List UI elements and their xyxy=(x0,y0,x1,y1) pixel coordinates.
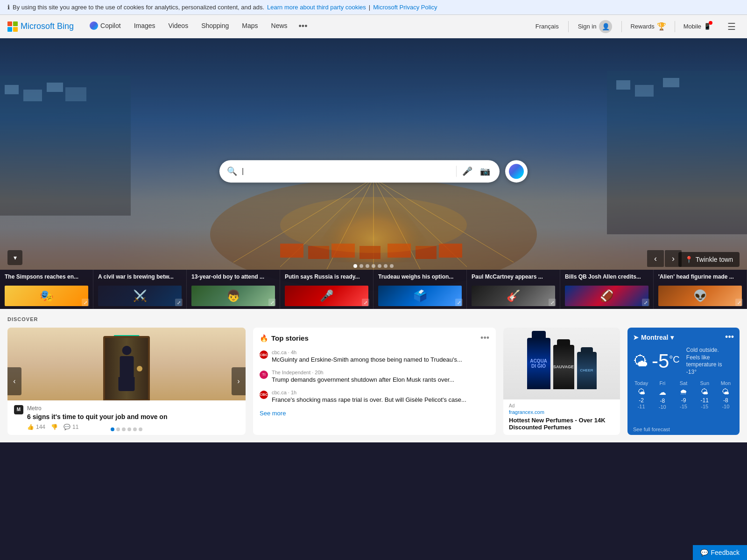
source-logo: M xyxy=(14,405,23,414)
search-container: 🔍 🎤 📷 xyxy=(219,160,528,182)
news-item-3[interactable]: Putin says Russia is ready... 🎤 ⤢ xyxy=(280,270,374,309)
feedback-label: Feedback xyxy=(711,549,740,556)
news-item-1[interactable]: A civil war is brewing betw... ⚔️ ⤢ xyxy=(93,270,187,309)
stories-title-text: Top stories xyxy=(271,334,309,342)
svg-rect-3 xyxy=(23,90,42,101)
forecast-high-sun: -11 xyxy=(695,397,715,404)
forecast-day-sun: Sun xyxy=(695,380,715,386)
language-btn[interactable]: Français xyxy=(530,21,564,32)
news-item-5[interactable]: Paul McCartney appears ... 🎸 ⤢ xyxy=(467,270,560,309)
hamburger-btn[interactable]: ☰ xyxy=(724,19,740,35)
forecast-high-fri: -8 xyxy=(652,398,672,404)
copilot-search-btn[interactable] xyxy=(505,160,528,182)
dot-4[interactable] xyxy=(372,264,375,268)
news-title-3: Putin says Russia is ready... xyxy=(285,273,368,281)
weather-chevron[interactable]: ▾ xyxy=(670,334,674,341)
news-thumb-7: 👽 xyxy=(658,286,742,306)
news-title-0: The Simpsons reaches en... xyxy=(5,273,88,281)
dot-1[interactable] xyxy=(353,264,357,268)
news-title-6: Bills QB Josh Allen credits... xyxy=(565,273,648,281)
featured-dot-2[interactable] xyxy=(116,427,120,431)
hero-prev-btn[interactable]: ‹ xyxy=(647,250,664,267)
logo[interactable]: Microsoft Bing xyxy=(7,21,74,32)
weather-main: 🌤 -5°C Cold outside. Feels like temperat… xyxy=(627,345,740,378)
featured-prev-btn[interactable]: ‹ xyxy=(7,367,21,395)
image-search-btn[interactable]: 📷 xyxy=(478,164,492,178)
dislike-action[interactable]: 👎 xyxy=(51,424,58,430)
ad-card[interactable]: ACQUA DI GIÒ SAUVAGE CHEER Ad frag xyxy=(503,328,620,435)
news-item-7[interactable]: 'Alien' head figurine made ... 👽 ⤢ xyxy=(654,270,747,309)
news-item-6[interactable]: Bills QB Josh Allen credits... 🏈 ⤢ xyxy=(560,270,654,309)
info-icon: ℹ xyxy=(7,4,10,11)
feedback-btn[interactable]: 💬 Feedback xyxy=(693,545,747,560)
comments-action[interactable]: 💬 11 xyxy=(63,424,78,430)
weather-options-btn[interactable]: ••• xyxy=(725,332,734,342)
story-item-0[interactable]: CBC cbc.ca · 4h McGuinty and Erskine-Smi… xyxy=(253,347,496,367)
dot-2[interactable] xyxy=(359,264,363,268)
expand-icon-1: ⤢ xyxy=(175,299,183,306)
nav-videos[interactable]: Videos xyxy=(162,15,195,38)
rewards-icon: 🏆 xyxy=(657,22,666,31)
forecast-icon-sun: 🌤 xyxy=(695,388,715,396)
ad-content: Ad fragrancex.com Hottest New Perfumes -… xyxy=(503,399,620,435)
mobile-btn[interactable]: Mobile 📱 xyxy=(679,21,722,32)
forecast-low-fri: -10 xyxy=(652,404,672,410)
cookie-link[interactable]: Learn more about third party cookies xyxy=(267,4,366,11)
stories-options-btn[interactable]: ••• xyxy=(480,333,489,343)
sign-in-btn[interactable]: Sign in 👤 xyxy=(572,18,618,35)
bottle-2: SAUVAGE xyxy=(553,345,574,389)
location-pin-icon: 📍 xyxy=(685,256,693,263)
news-item-0[interactable]: The Simpsons reaches en... 🎭 ⤢ xyxy=(0,270,93,309)
dot-7[interactable] xyxy=(390,264,394,268)
story-item-1[interactable]: TI The Independent · 20h Trump demands g… xyxy=(253,367,496,387)
hero-next-btn[interactable]: › xyxy=(665,250,682,267)
privacy-link[interactable]: Microsoft Privacy Policy xyxy=(373,4,437,11)
logo-sq-green xyxy=(13,21,18,26)
featured-title: 6 signs it's time to quit your job and m… xyxy=(27,413,167,421)
weather-forecast: Today 🌤 -2 -11 Fri ☁ -8 -10 Sat 🌧 -9 -15 xyxy=(627,378,740,424)
weather-footer[interactable]: See full forecast xyxy=(627,424,740,435)
copilot-icon xyxy=(90,21,98,30)
news-thumb-3: 🎤 xyxy=(285,286,368,306)
location-badge: 📍 Twinkle town xyxy=(678,252,740,267)
featured-dot-3[interactable] xyxy=(122,427,126,431)
nav-copilot[interactable]: Copilot xyxy=(83,15,127,38)
discover-label: DISCOVER xyxy=(7,316,740,322)
fire-icon: 🔥 xyxy=(260,334,268,343)
likes-action[interactable]: 👍 144 xyxy=(27,424,45,430)
nav-images[interactable]: Images xyxy=(127,15,162,38)
nav-more[interactable]: ••• xyxy=(294,21,312,31)
see-more-link[interactable]: See more xyxy=(253,407,496,420)
dot-5[interactable] xyxy=(378,264,381,268)
ad-title: Hottest New Perfumes - Over 14K Discount… xyxy=(509,417,614,431)
featured-dot-active[interactable] xyxy=(111,427,114,431)
forecast-day-sat: Sat xyxy=(673,380,693,386)
expand-icon-3: ⤢ xyxy=(362,299,369,306)
featured-next-btn[interactable]: › xyxy=(232,367,246,395)
nav-maps[interactable]: Maps xyxy=(235,15,264,38)
dislike-icon: 👎 xyxy=(51,424,58,430)
news-thumb-5: 🎸 xyxy=(472,286,555,306)
nav-news[interactable]: News xyxy=(265,15,294,38)
scroll-down-btn[interactable]: ▾ xyxy=(7,250,22,265)
featured-dot-5[interactable] xyxy=(133,427,137,431)
dot-6[interactable] xyxy=(384,264,388,268)
dot-3[interactable] xyxy=(366,264,369,268)
search-input[interactable] xyxy=(242,167,456,175)
header-divider-3 xyxy=(675,21,675,32)
story-item-2[interactable]: CBC cbc.ca · 1h France's shocking mass r… xyxy=(253,387,496,407)
logo-sq-blue xyxy=(7,27,12,32)
nav-shopping[interactable]: Shopping xyxy=(195,15,235,38)
weather-temp-value: -5 xyxy=(652,350,669,372)
story-content-1: The Independent · 20h Trump demands gove… xyxy=(272,370,454,384)
voice-search-btn[interactable]: 🎤 xyxy=(460,164,474,178)
weather-temp-display: -5°C xyxy=(652,351,680,371)
featured-dot-4[interactable] xyxy=(127,427,131,431)
forecast-fri: Fri ☁ -8 -10 xyxy=(652,380,672,421)
logo-squares xyxy=(7,21,18,32)
news-item-2[interactable]: 13-year-old boy to attend ... 👦 ⤢ xyxy=(187,270,280,309)
news-item-4[interactable]: Trudeau weighs his option... 🗳️ ⤢ xyxy=(374,270,467,309)
forecast-sat: Sat 🌧 -9 -15 xyxy=(673,380,693,421)
featured-dot-6[interactable] xyxy=(139,427,142,431)
rewards-btn[interactable]: Rewards 🏆 xyxy=(626,20,670,33)
